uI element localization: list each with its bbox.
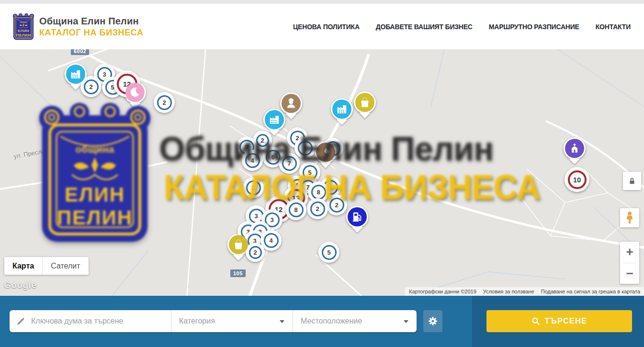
cluster-count: 2	[246, 180, 261, 195]
keyword-section	[10, 310, 171, 332]
map-marker-cluster[interactable]: 2	[154, 92, 175, 113]
site-title: Община Елин Пелин	[39, 16, 144, 27]
attribution-report-link[interactable]: Подаване на сигнал за грешка в картата	[541, 289, 640, 294]
nav-add-your-business[interactable]: ДОБАВЕТЕ ВАШИЯТ БИЗНЕС	[376, 23, 473, 31]
map-marker-cluster[interactable]: 2	[246, 243, 265, 262]
lock-icon	[627, 176, 637, 186]
map-marker-cluster[interactable]: 7	[279, 153, 300, 174]
cluster-count: 2	[329, 198, 344, 213]
map-type-satellite-button[interactable]: Сателит	[42, 257, 88, 275]
map-marker-pin[interactable]	[354, 91, 376, 113]
cluster-count: 6	[266, 150, 281, 165]
chevron-down-icon	[280, 320, 284, 323]
cluster-count: 2	[157, 95, 172, 110]
map-marker-cluster[interactable]: 3	[294, 137, 316, 158]
cluster-count: 8	[289, 202, 304, 217]
nav-contacts[interactable]: КОНТАКТИ	[596, 23, 631, 31]
location-dropdown[interactable]: Местоположение	[293, 310, 417, 332]
municipality-crest-logo	[12, 13, 34, 41]
factory-icon	[332, 100, 351, 119]
cluster-count: 8	[311, 185, 326, 200]
pegman-icon	[624, 211, 635, 224]
cluster-count: 7	[282, 156, 297, 171]
map-type-map-button[interactable]: Карта	[4, 257, 42, 275]
map-marker-cluster[interactable]: 2	[326, 194, 347, 215]
fuel-icon	[348, 207, 367, 226]
attribution-terms-link[interactable]: Условия за ползване	[483, 289, 534, 294]
main-nav: ЦЕНОВА ПОЛИТИКА ДОБАВЕТЕ ВАШИЯТ БИЗНЕС М…	[293, 23, 632, 31]
category-dropdown[interactable]: Категория	[171, 310, 293, 332]
shopping-bag-icon	[355, 93, 374, 112]
cluster-count: 5	[322, 245, 337, 260]
pegman-button[interactable]	[620, 208, 639, 227]
moon-icon	[125, 83, 145, 102]
map-marker-pin[interactable]	[564, 137, 586, 159]
map-attribution: Картографски данни ©2019 Условия за полз…	[405, 287, 644, 296]
zoom-in-button[interactable]: +	[620, 242, 639, 263]
map-marker-pin[interactable]	[346, 206, 368, 228]
advanced-settings-button[interactable]	[423, 310, 442, 332]
search-icon	[531, 317, 540, 325]
cluster-count: 4	[245, 153, 260, 168]
pencil-icon	[16, 317, 25, 326]
map-marker-layer: 3251222233564752274813221283338342510	[0, 49, 644, 296]
zoom-control: + −	[620, 242, 639, 284]
cluster-count: 4	[264, 233, 279, 248]
map-type-control: Карта Сателит	[4, 257, 89, 275]
flame-icon	[316, 143, 335, 162]
search-button-label: ТЪРСЕНЕ	[545, 317, 588, 325]
map-marker-cluster[interactable]: 8	[285, 199, 306, 220]
church-icon	[565, 139, 584, 158]
map-marker-pin[interactable]	[331, 98, 353, 120]
cluster-count: 2	[256, 134, 269, 147]
google-logo[interactable]: Google	[4, 280, 36, 291]
map-marker-cluster[interactable]: 5	[318, 242, 339, 263]
zoom-out-button[interactable]: −	[620, 263, 639, 284]
google-map[interactable]: 6002 105 ул. Преслав бул. „Новосел 32512…	[0, 49, 644, 296]
shopping-bag-icon	[229, 235, 248, 254]
cluster-count: 2	[249, 246, 262, 259]
search-button[interactable]: ТЪРСЕНЕ	[486, 310, 632, 332]
map-marker-cluster[interactable]: 4	[242, 150, 263, 171]
chevron-down-icon	[404, 320, 408, 323]
factory-icon	[265, 110, 284, 129]
cluster-count: 10	[568, 170, 587, 189]
factory-icon	[66, 65, 85, 84]
site-subtitle: КАТАЛОГ НА БИЗНЕСА	[39, 28, 144, 38]
attribution-data: Картографски данни ©2019	[409, 289, 476, 294]
nav-route-schedule[interactable]: МАРШРУТНО РАЗПИСАНИЕ	[489, 23, 579, 31]
category-dropdown-label: Категория	[179, 317, 215, 325]
nav-pricing-policy[interactable]: ЦЕНОВА ПОЛИТИКА	[293, 23, 360, 31]
site-logo[interactable]: Община Елин Пелин КАТАЛОГ НА БИЗНЕСА	[12, 13, 144, 41]
worker-icon	[282, 94, 301, 113]
window-top-strip	[0, 0, 644, 4]
map-marker-cluster[interactable]: 10	[565, 167, 589, 192]
site-header: Община Елин Пелин КАТАЛОГ НА БИЗНЕСА ЦЕН…	[0, 4, 644, 49]
map-marker-cluster[interactable]: 2	[307, 198, 328, 219]
search-bar: Категория Местоположение ТЪРСЕНЕ	[0, 296, 644, 347]
map-marker-cluster[interactable]: 2	[243, 177, 264, 198]
location-dropdown-label: Местоположение	[301, 317, 362, 325]
cluster-count: 3	[298, 141, 313, 156]
map-marker-pin[interactable]	[280, 92, 302, 114]
lock-button[interactable]	[623, 172, 641, 190]
search-field-group: Категория Местоположение	[10, 310, 417, 332]
map-marker-pin[interactable]	[263, 109, 285, 131]
cluster-count: 2	[84, 79, 99, 94]
cluster-count: 2	[310, 201, 325, 216]
gear-icon	[428, 316, 438, 326]
keyword-search-input[interactable]	[31, 317, 164, 325]
